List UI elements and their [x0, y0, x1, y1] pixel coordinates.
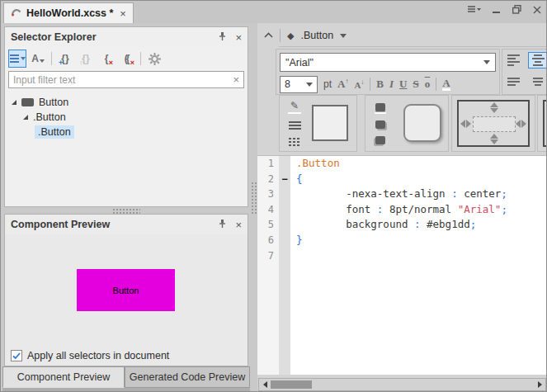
underline-button[interactable]: U: [399, 78, 407, 91]
strikethrough-button[interactable]: S: [413, 78, 418, 91]
shadow-style-icon-3[interactable]: [375, 136, 385, 144]
expander-icon[interactable]: [23, 115, 28, 120]
code-line[interactable]: }: [296, 233, 547, 248]
font-format-row: 8 pt A↑ A↓ B I U S o A: [280, 75, 499, 93]
margin-anchor-group[interactable]: [451, 95, 535, 152]
xcss-code-editor[interactable]: 1234567 − .Button{ -nexa-text-align : ce…: [257, 155, 547, 375]
anchor-editor-box[interactable]: [457, 100, 530, 147]
scroll-left-icon[interactable]: [259, 381, 271, 388]
close-icon[interactable]: [533, 6, 541, 14]
font-family-combo[interactable]: "Arial": [280, 53, 496, 72]
vertical-splitter[interactable]: [250, 23, 257, 391]
splitter-grip[interactable]: [112, 208, 140, 214]
settings-gear-icon[interactable]: [145, 50, 163, 68]
expander-icon[interactable]: [12, 100, 17, 105]
content-dashed-rect[interactable]: [473, 116, 516, 132]
scroll-right-icon[interactable]: [534, 381, 545, 388]
window-list-icon[interactable]: [468, 6, 481, 14]
bottom-anchor-arrows[interactable]: [490, 134, 498, 144]
collapse-chevron-icon[interactable]: [264, 30, 273, 41]
align-left-button[interactable]: [505, 52, 525, 68]
fold-margin-cell: [279, 233, 290, 248]
dashed-lines-icon[interactable]: [289, 136, 301, 148]
horizontal-splitter[interactable]: [2, 207, 250, 214]
rounded-preview-rect[interactable]: [403, 104, 441, 142]
bold-button[interactable]: B: [376, 78, 384, 91]
restore-icon[interactable]: [512, 5, 521, 14]
decrease-font-button[interactable]: A↓: [354, 78, 364, 90]
tree-item-label: .Button: [33, 111, 66, 123]
right-anchor-arrows[interactable]: [516, 120, 526, 128]
combo-dropdown-icon[interactable]: [306, 83, 313, 87]
tree-item-dot-button-selected[interactable]: .Button: [5, 125, 248, 139]
border-style-group[interactable]: ✎: [279, 95, 357, 152]
selector-dropdown-icon[interactable]: [340, 34, 347, 38]
font-size-combo[interactable]: 8: [280, 76, 318, 93]
tree-item-dot-button[interactable]: .Button: [5, 110, 248, 125]
clear-filter-icon[interactable]: ×: [233, 73, 239, 86]
align-middle-button[interactable]: [528, 73, 547, 90]
top-anchor-arrows[interactable]: [490, 102, 498, 113]
code-line[interactable]: -nexa-text-align : center;: [296, 187, 547, 202]
code-line[interactable]: [296, 248, 547, 264]
scrollbar-thumb[interactable]: [271, 380, 312, 389]
delete-selector-button[interactable]: { ×: [97, 50, 116, 68]
clipped-style-group[interactable]: [537, 95, 547, 152]
active-underline: [375, 112, 386, 114]
background-style-group[interactable]: [365, 95, 449, 152]
tab-generated-code-preview[interactable]: Generated Code Preview: [125, 366, 250, 388]
fold-collapse-icon[interactable]: −: [279, 172, 290, 187]
overline-button[interactable]: o: [425, 78, 431, 91]
fold-margin-cell: [279, 202, 290, 218]
fold-margin-cell: [279, 248, 290, 264]
border-preview-rect[interactable]: [312, 105, 348, 141]
italic-button[interactable]: I: [389, 78, 394, 91]
add-selector-button[interactable]: {} +: [56, 50, 74, 68]
line-number: 5: [257, 217, 274, 233]
tree-item-button[interactable]: Button: [5, 95, 248, 110]
left-anchor-arrows[interactable]: [460, 120, 471, 128]
code-line[interactable]: background : #ebg1dd;: [296, 217, 547, 233]
editor-code-lines[interactable]: .Button{ -nexa-text-align : center; font…: [290, 156, 547, 375]
font-color-button[interactable]: A: [442, 78, 450, 91]
window-controls: [468, 5, 541, 14]
component-preview-header: Component Preview ×: [5, 215, 248, 234]
align-bottom-button[interactable]: [505, 73, 525, 90]
active-underline: [288, 112, 301, 114]
line-number: 3: [257, 187, 274, 202]
sort-document-order-button[interactable]: [8, 50, 26, 68]
tab-component-preview[interactable]: Component Preview: [2, 366, 125, 388]
code-line[interactable]: font : 8pt/normal "Arial";: [296, 202, 547, 218]
apply-selectors-checkbox[interactable]: [11, 350, 22, 361]
splitter-grip[interactable]: [251, 182, 257, 215]
tab-close-icon[interactable]: ×: [118, 7, 126, 20]
combo-dropdown-icon[interactable]: [483, 60, 490, 64]
panel-title: Selector Explorer: [11, 31, 218, 43]
panel-close-icon[interactable]: ×: [235, 31, 242, 44]
solid-lines-icon[interactable]: [289, 120, 301, 131]
preview-button[interactable]: Button: [77, 269, 175, 311]
sort-alphabetical-button[interactable]: A: [29, 50, 47, 68]
anchor-editor-box: [543, 100, 547, 147]
shadow-style-icon-2[interactable]: [375, 120, 385, 129]
code-line[interactable]: .Button: [296, 156, 547, 172]
tab-helloworld-xcss[interactable]: HelloWorld.xcss * ×: [3, 2, 134, 23]
code-line[interactable]: {: [296, 172, 547, 187]
move-selector-up-button[interactable]: {} ↑: [77, 50, 95, 68]
xcss-file-icon: [11, 7, 21, 20]
horizontal-scrollbar[interactable]: [258, 378, 546, 391]
shadow-style-icon-1[interactable]: [375, 103, 385, 111]
increase-font-button[interactable]: A↑: [337, 78, 348, 91]
editor-fold-margin: −: [279, 156, 290, 375]
align-center-button[interactable]: [528, 52, 547, 68]
pin-icon[interactable]: [218, 31, 227, 44]
pin-icon[interactable]: [218, 219, 227, 231]
delete-unused-selectors-button[interactable]: ({ ×: [118, 50, 136, 68]
filter-input[interactable]: [13, 74, 233, 86]
toolbar-separator: [140, 52, 141, 65]
panel-close-icon[interactable]: ×: [235, 219, 242, 231]
minimize-icon[interactable]: [493, 6, 501, 14]
left-dock-column: Selector Explorer × A {} +: [2, 23, 250, 391]
preview-tab-bar: Component Preview Generated Code Preview: [2, 366, 250, 388]
pencil-icon: ✎: [290, 100, 299, 111]
